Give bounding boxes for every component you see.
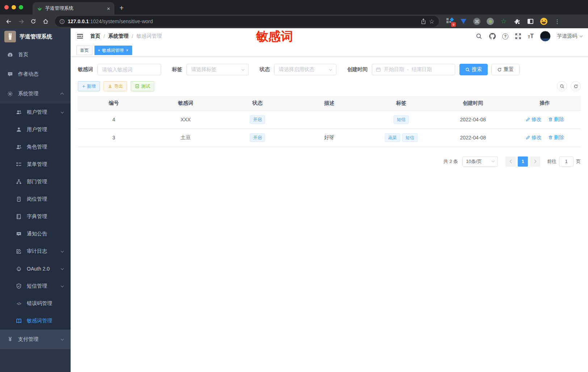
back-icon[interactable] — [4, 16, 14, 26]
keyword-input[interactable] — [98, 64, 161, 75]
bookmark-star-icon[interactable]: ☆ — [429, 18, 434, 25]
sidebar-item-system[interactable]: 系统管理 — [0, 84, 71, 104]
prev-page-button[interactable] — [505, 156, 516, 167]
sidebar-item-dict[interactable]: 字典管理 — [0, 208, 71, 225]
breadcrumb-system[interactable]: 系统管理 — [108, 33, 129, 39]
share-icon[interactable] — [421, 18, 426, 24]
current-page[interactable]: 1 — [518, 156, 528, 167]
extension-funnel-icon[interactable] — [459, 17, 467, 25]
app-logo[interactable]: 芋道管理系统 — [0, 28, 71, 45]
sidebar-item-menu[interactable]: 菜单管理 — [0, 156, 71, 173]
browser-menu-icon[interactable]: ⋮ — [553, 17, 561, 25]
sidebar-item-role[interactable]: 角色管理 — [0, 138, 71, 156]
refresh-table-icon[interactable] — [571, 81, 581, 91]
sidebar-item-audit-log[interactable]: 审计日志 — [0, 243, 71, 260]
extension-green-star-icon[interactable]: ☆ — [500, 17, 508, 25]
goto-page-input[interactable] — [559, 156, 574, 167]
status-select[interactable]: 请选择启用状态 — [274, 64, 336, 75]
sidebar-item-home[interactable]: 首页 — [0, 45, 71, 64]
date-range-picker[interactable]: 开始日期 - 结束日期 — [372, 64, 455, 75]
tag-label: 标签 — [172, 66, 182, 73]
fullscreen-icon[interactable] — [514, 33, 522, 40]
tag-select[interactable]: 请选择标签 — [186, 64, 249, 75]
puzzle-extensions-icon[interactable] — [513, 17, 521, 25]
sidebar-item-oauth[interactable]: OAuth 2.0 — [0, 260, 71, 277]
goto-label: 前往 — [547, 158, 556, 165]
cell-word: 土豆 — [150, 129, 221, 147]
side-panel-icon[interactable] — [526, 17, 534, 25]
app-navbar: 首页 / 系统管理 / 敏感词管理 敏感词 ? — [71, 28, 588, 44]
cell-status: 开启 — [222, 129, 293, 147]
sidebar-item-user[interactable]: 用户管理 — [0, 121, 71, 138]
col-status: 状态 — [222, 96, 293, 110]
search-button[interactable]: 搜索 — [459, 64, 488, 75]
extension-grid-icon[interactable]: 9 — [446, 17, 454, 25]
show-search-icon[interactable] — [557, 81, 567, 91]
user-menu[interactable]: 芋道源码 — [557, 33, 582, 39]
tag-badge: 短信 — [402, 133, 417, 142]
minimize-window-button[interactable] — [12, 5, 16, 9]
col-desc: 描述 — [293, 96, 365, 110]
sidebar-item-sensitive-word[interactable]: 敏感词管理 — [0, 312, 71, 330]
browser-extensions: 9 ⌘ ☆ ⋮ — [443, 17, 564, 25]
user-avatar[interactable] — [540, 31, 551, 42]
site-info-icon[interactable] — [59, 19, 65, 24]
tag-badge: 短信 — [394, 115, 409, 124]
extension-record-icon[interactable] — [486, 17, 494, 25]
reset-button[interactable]: 重置 — [491, 64, 520, 75]
edit-link[interactable]: 修改 — [526, 134, 542, 141]
new-tab-button[interactable]: + — [119, 4, 124, 12]
table-utilities — [557, 81, 581, 91]
chevron-up-icon — [60, 93, 64, 96]
font-size-icon[interactable]: TT — [528, 33, 534, 39]
delete-link[interactable]: 删除 — [548, 134, 564, 141]
chevron-down-icon — [242, 67, 244, 70]
sidebar-item-notice[interactable]: 通知公告 — [0, 225, 71, 243]
emoji-extension-icon[interactable] — [540, 17, 548, 25]
tab-close-icon[interactable]: × — [107, 5, 110, 12]
page-tab-home[interactable]: 首页 — [76, 46, 92, 55]
cell-tags: 蔬菜短信 — [365, 129, 437, 147]
chevron-right-icon — [533, 160, 536, 163]
github-icon[interactable] — [489, 33, 496, 40]
sidebar-item-sms[interactable]: 短信管理 — [0, 277, 71, 295]
url-bar[interactable]: 127.0.0.1:1024/system/sensitive-word ☆ — [55, 16, 439, 27]
next-page-button[interactable] — [530, 156, 540, 167]
search-icon[interactable] — [475, 33, 483, 40]
col-word: 敏感词 — [150, 96, 221, 110]
help-icon[interactable]: ? — [502, 33, 508, 39]
home-icon[interactable] — [41, 16, 51, 26]
status-badge: 开启 — [250, 133, 265, 142]
reload-icon[interactable] — [28, 16, 38, 26]
filter-form: 敏感词 标签 请选择标签 状态 请选择启用状态 创建时间 — [78, 64, 581, 75]
open-book-icon — [16, 318, 22, 324]
export-button[interactable]: 导出 — [104, 81, 127, 91]
sidebar-item-dept[interactable]: 部门管理 — [0, 173, 71, 191]
cell-actions: 修改 删除 — [509, 110, 581, 129]
sidebar-item-author-news[interactable]: 作者动态 — [0, 64, 71, 84]
browser-tab[interactable]: 芋道管理系统 × — [33, 2, 114, 14]
col-tags: 标签 — [365, 96, 437, 110]
cell-desc — [293, 110, 365, 129]
collapse-sidebar-icon[interactable] — [76, 33, 84, 40]
page-unit-label: 页 — [576, 158, 581, 165]
table-row: 3 土豆 开启 好呀 蔬菜短信 2022-04-08 修改 删除 — [78, 129, 581, 147]
delete-link[interactable]: 删除 — [548, 116, 564, 123]
add-button[interactable]: +新增 — [78, 81, 100, 91]
sidebar-item-tenant[interactable]: 租户管理 — [0, 104, 71, 121]
sidebar-item-payment[interactable]: ¥ 支付管理 — [0, 330, 71, 349]
page-tab-sensitive-word[interactable]: ● 敏感词管理 × — [94, 46, 132, 55]
breadcrumb-home[interactable]: 首页 — [90, 33, 100, 39]
sidebar-item-errcode[interactable]: </> 错误码管理 — [0, 295, 71, 312]
forward-icon[interactable] — [16, 16, 26, 26]
extension-command-icon[interactable]: ⌘ — [473, 17, 481, 25]
page-size-select[interactable]: 10条/页 — [462, 156, 498, 167]
edit-link[interactable]: 修改 — [526, 116, 542, 123]
zoom-window-button[interactable] — [19, 5, 23, 9]
tab-close-icon[interactable]: × — [126, 48, 129, 53]
test-button[interactable]: 测试 — [131, 81, 154, 91]
close-window-button[interactable] — [4, 5, 9, 9]
logo-rabbit-image — [4, 31, 16, 42]
sidebar-item-post[interactable]: 岗位管理 — [0, 191, 71, 208]
chevron-down-icon — [61, 337, 64, 340]
